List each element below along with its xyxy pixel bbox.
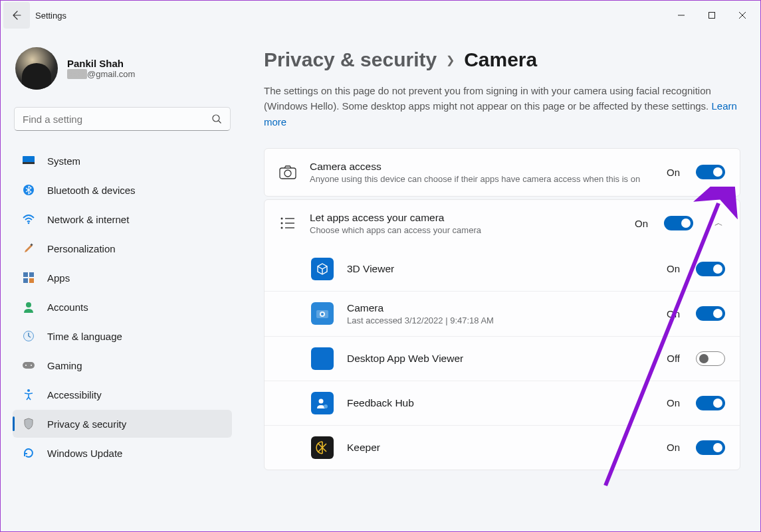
svg-point-25 xyxy=(281,227,283,229)
nav-list: System Bluetooth & devices Network & int… xyxy=(13,147,232,467)
let-apps-state-label: On xyxy=(635,218,648,229)
profile-name: Pankil Shah xyxy=(67,58,135,69)
camera-access-toggle[interactable] xyxy=(696,165,725,179)
app-icon xyxy=(311,436,334,459)
app-toggle[interactable] xyxy=(696,262,725,276)
sidebar: Pankil Shah xxxx@gmail.com System Blueto… xyxy=(1,30,240,532)
maximize-button[interactable] xyxy=(697,5,727,26)
svg-point-23 xyxy=(281,222,283,224)
profile-block[interactable]: Pankil Shah xxxx@gmail.com xyxy=(13,43,232,104)
gamepad-icon xyxy=(22,359,35,372)
svg-rect-1 xyxy=(709,13,715,19)
let-apps-title: Let apps access your camera xyxy=(310,212,621,224)
app-name: Camera xyxy=(347,302,653,314)
sidebar-item-personalization[interactable]: Personalization xyxy=(13,234,232,262)
paintbrush-icon xyxy=(22,242,35,255)
search-icon xyxy=(211,114,222,124)
apps-icon xyxy=(22,271,35,284)
app-row: Desktop App Web ViewerOff xyxy=(265,336,740,381)
sidebar-item-label: Personalization xyxy=(47,243,116,254)
sidebar-item-accessibility[interactable]: Accessibility xyxy=(13,381,232,408)
sidebar-item-update[interactable]: Windows Update xyxy=(13,439,232,467)
minimize-button[interactable] xyxy=(666,5,697,26)
let-apps-header-row[interactable]: Let apps access your camera Choose which… xyxy=(265,200,740,247)
content-area: Privacy & security ❯ Camera The settings… xyxy=(240,30,760,532)
app-title: Settings xyxy=(35,11,66,21)
sidebar-item-network[interactable]: Network & internet xyxy=(13,205,232,233)
app-row: CameraLast accessed 3/12/2022 | 9:47:18 … xyxy=(265,291,740,336)
sidebar-item-label: Gaming xyxy=(47,360,82,371)
shield-icon xyxy=(22,417,35,430)
sidebar-item-label: Accounts xyxy=(47,302,88,313)
chevron-up-icon[interactable]: ︿ xyxy=(712,217,725,229)
back-button[interactable] xyxy=(3,2,30,29)
chevron-right-icon: ❯ xyxy=(446,54,455,66)
app-row: Feedback HubOn xyxy=(265,381,740,425)
app-toggle[interactable] xyxy=(696,351,725,366)
sidebar-item-accounts[interactable]: Accounts xyxy=(13,293,232,321)
app-name: Keeper xyxy=(347,442,653,454)
app-toggle[interactable] xyxy=(696,306,725,321)
breadcrumb: Privacy & security ❯ Camera xyxy=(264,48,740,71)
svg-rect-9 xyxy=(23,272,28,277)
wifi-icon xyxy=(22,213,35,226)
app-icon xyxy=(311,302,334,325)
arrow-left-icon xyxy=(11,10,22,21)
search-input[interactable] xyxy=(23,114,211,125)
profile-email: xxxx@gmail.com xyxy=(67,69,135,79)
app-row: KeeperOn xyxy=(265,425,740,470)
app-state-label: On xyxy=(667,308,680,319)
sidebar-item-label: Bluetooth & devices xyxy=(47,185,136,196)
app-toggle[interactable] xyxy=(696,396,725,410)
sidebar-item-label: Apps xyxy=(47,272,70,284)
sidebar-item-gaming[interactable]: Gaming xyxy=(13,351,232,379)
app-name: Feedback Hub xyxy=(347,397,653,409)
svg-rect-5 xyxy=(23,162,35,164)
sidebar-item-bluetooth[interactable]: Bluetooth & devices xyxy=(13,176,232,204)
sidebar-item-label: Time & language xyxy=(47,331,122,342)
svg-point-17 xyxy=(31,365,32,366)
breadcrumb-parent[interactable]: Privacy & security xyxy=(264,48,437,71)
app-state-label: On xyxy=(667,263,680,274)
breadcrumb-current: Camera xyxy=(464,48,537,71)
app-subtext: Last accessed 3/12/2022 | 9:47:18 AM xyxy=(347,315,653,325)
sidebar-item-apps[interactable]: Apps xyxy=(13,264,232,292)
app-list: 3D ViewerOnCameraLast accessed 3/12/2022… xyxy=(265,247,740,470)
app-toggle[interactable] xyxy=(696,440,725,455)
camera-access-state-label: On xyxy=(667,167,680,178)
app-state-label: Off xyxy=(667,353,680,364)
close-button[interactable] xyxy=(727,5,758,26)
svg-rect-10 xyxy=(29,272,34,277)
svg-point-13 xyxy=(26,302,31,308)
update-icon xyxy=(22,446,35,460)
app-icon xyxy=(311,258,334,280)
camera-access-title: Camera access xyxy=(310,161,653,173)
svg-line-3 xyxy=(219,121,221,124)
avatar xyxy=(15,47,58,90)
svg-point-29 xyxy=(321,313,324,315)
search-box[interactable] xyxy=(14,107,231,131)
sidebar-item-system[interactable]: System xyxy=(13,147,232,175)
clock-icon xyxy=(22,329,35,343)
camera-icon xyxy=(279,163,296,181)
title-bar: Settings xyxy=(1,1,760,30)
svg-point-31 xyxy=(324,404,328,408)
sidebar-item-time[interactable]: Time & language xyxy=(13,322,232,350)
svg-point-7 xyxy=(28,222,30,224)
person-icon xyxy=(22,300,35,313)
list-icon xyxy=(279,215,296,232)
sidebar-item-privacy[interactable]: Privacy & security xyxy=(13,410,232,438)
sidebar-item-label: Windows Update xyxy=(47,448,122,459)
svg-point-16 xyxy=(25,365,27,366)
camera-access-subtitle: Anyone using this device can choose if t… xyxy=(310,174,653,184)
svg-point-2 xyxy=(213,115,219,122)
let-apps-card: Let apps access your camera Choose which… xyxy=(264,199,740,470)
app-icon xyxy=(311,347,334,370)
app-name: Desktop App Web Viewer xyxy=(347,353,653,365)
system-icon xyxy=(22,154,35,167)
app-row: 3D ViewerOn xyxy=(265,247,740,291)
let-apps-toggle[interactable] xyxy=(664,216,693,230)
svg-point-18 xyxy=(27,389,30,392)
svg-rect-12 xyxy=(29,278,34,283)
app-state-label: On xyxy=(667,442,680,453)
